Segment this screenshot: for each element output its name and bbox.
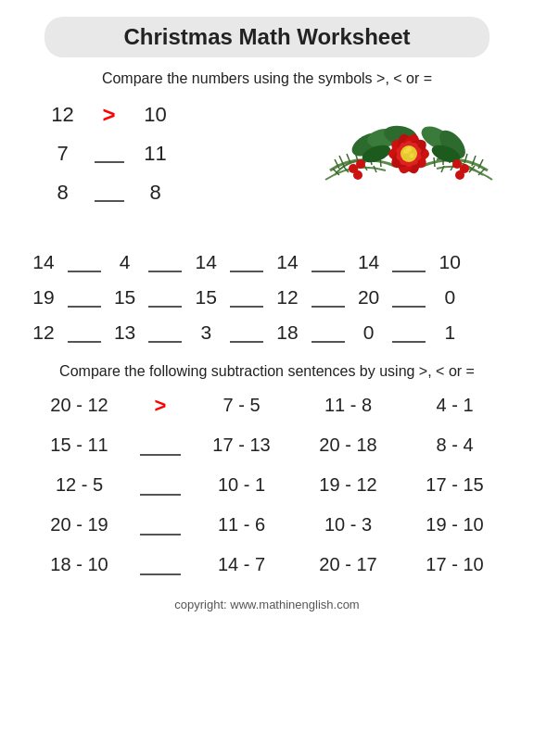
g-r3b4 — [312, 322, 345, 343]
sub-r2-blank1 — [140, 435, 181, 456]
g-r2c6: 0 — [429, 280, 470, 315]
sub-r3c4: 17 - 15 — [401, 467, 508, 503]
svg-point-46 — [410, 154, 414, 158]
svg-point-52 — [455, 170, 464, 180]
g-r2b5 — [392, 287, 426, 308]
sub-row-4: 20 - 19 11 - 6 10 - 3 19 - 10 — [26, 507, 508, 543]
sub-r5-blank1 — [140, 555, 181, 575]
sub-row-3: 12 - 5 10 - 1 19 - 12 17 - 15 — [26, 467, 508, 503]
instruction1: Compare the numbers using the symbols >,… — [19, 70, 515, 87]
g-r1b1 — [68, 252, 101, 272]
sub-r2c3: 20 - 18 — [295, 427, 401, 463]
g-r3b1 — [68, 322, 101, 343]
g-r1b3 — [230, 252, 263, 272]
g-r2c3: 15 — [185, 280, 226, 315]
g-r3c6: 1 — [429, 315, 470, 350]
sub-r5c2: 14 - 7 — [188, 547, 295, 583]
sub-r4c3: 10 - 3 — [295, 507, 401, 543]
sub-r2c4: 8 - 4 — [401, 427, 508, 463]
g-r1c5: 14 — [349, 245, 389, 280]
sub-r5c1: 18 - 10 — [26, 547, 133, 583]
sub-r4-blank1 — [140, 515, 181, 536]
g-r1c4: 14 — [267, 245, 308, 280]
svg-point-49 — [353, 170, 362, 180]
sub-r5c4: 17 - 10 — [401, 547, 508, 583]
g-r1c1: 14 — [23, 245, 64, 280]
g-r1c6: 10 — [429, 245, 470, 280]
g-r2b4 — [312, 287, 345, 308]
sub-r3-blank1 — [140, 475, 181, 496]
g-r2c2: 15 — [105, 280, 146, 315]
g-r3c4: 18 — [267, 315, 308, 350]
page-title: Christmas Math Worksheet — [44, 17, 490, 57]
svg-point-51 — [452, 159, 462, 169]
sub-r1c4: 4 - 1 — [401, 387, 508, 423]
num-right-1: 10 — [130, 96, 181, 133]
number-grid: 14 4 14 14 14 10 19 15 15 12 20 0 12 13 … — [19, 245, 515, 350]
sub-row-5: 18 - 10 14 - 7 20 - 17 17 - 10 — [26, 547, 508, 583]
g-r1c2: 4 — [105, 245, 146, 280]
g-r3b2 — [148, 322, 182, 343]
g-r3b5 — [392, 322, 426, 343]
sub-r2c2: 17 - 13 — [188, 427, 295, 463]
g-r2c1: 19 — [23, 280, 64, 315]
g-r2b1 — [68, 287, 101, 308]
sub-r2c1: 15 - 11 — [26, 427, 133, 463]
g-r3c2: 13 — [105, 315, 146, 350]
svg-point-45 — [404, 154, 409, 158]
g-r3b3 — [230, 322, 263, 343]
svg-line-18 — [434, 158, 435, 167]
sub-r1-sym: > — [133, 394, 188, 418]
svg-point-44 — [406, 146, 412, 152]
num-right-3: 8 — [130, 174, 181, 211]
blank-3 — [88, 183, 130, 203]
g-r3c5: 0 — [349, 315, 389, 350]
g-r1b4 — [312, 252, 345, 272]
sub-r3c2: 10 - 1 — [188, 467, 295, 503]
sub-row-1: 20 - 12 > 7 - 5 11 - 8 4 - 1 — [26, 387, 508, 423]
num-left-1: 12 — [37, 96, 88, 133]
copyright-text: copyright: www.mathinenglish.com — [19, 598, 515, 611]
sub-r1c3: 11 - 8 — [295, 387, 401, 423]
sub-r4c1: 20 - 19 — [26, 507, 133, 543]
sub-r3c3: 19 - 12 — [295, 467, 401, 503]
sub-r1c2: 7 - 5 — [188, 387, 295, 423]
num-left-2: 7 — [37, 135, 88, 172]
sub-r5c3: 20 - 17 — [295, 547, 401, 583]
g-r2c5: 20 — [349, 280, 389, 315]
num-left-3: 8 — [37, 174, 88, 211]
g-r1c3: 14 — [185, 245, 226, 280]
flower-decoration — [302, 87, 515, 231]
g-r3c3: 3 — [185, 315, 226, 350]
g-r2c4: 12 — [267, 280, 308, 315]
g-r2b3 — [230, 287, 263, 308]
g-r2b2 — [148, 287, 182, 308]
sub-r4c4: 19 - 10 — [401, 507, 508, 543]
g-r1b5 — [392, 252, 426, 272]
instruction2: Compare the following subtraction senten… — [19, 363, 515, 380]
sub-r3c1: 12 - 5 — [26, 467, 133, 503]
blank-2 — [88, 145, 130, 164]
g-r3c1: 12 — [23, 315, 64, 350]
section2: Compare the following subtraction senten… — [19, 363, 515, 583]
num-right-2: 11 — [130, 135, 181, 172]
sym-1: > — [88, 102, 130, 128]
g-r1b2 — [148, 252, 182, 272]
sub-row-2: 15 - 11 17 - 13 20 - 18 8 - 4 — [26, 427, 508, 463]
sub-r4c2: 11 - 6 — [188, 507, 295, 543]
sub-r1c1: 20 - 12 — [26, 387, 133, 423]
svg-point-48 — [356, 159, 365, 169]
